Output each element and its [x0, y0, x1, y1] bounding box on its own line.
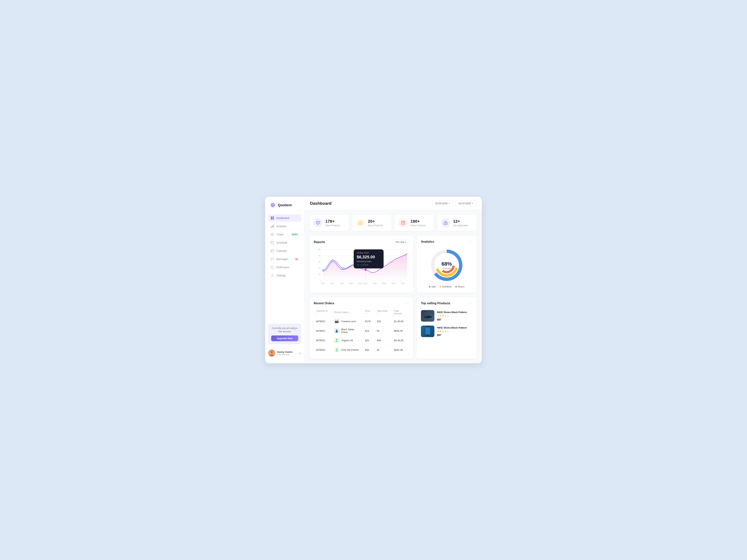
chart-area: 18 May 2022 ··· $6,325.00 Marketing Sale…: [314, 247, 409, 289]
donut-percentage: 68%: [441, 261, 452, 267]
svg-rect-19: [271, 250, 274, 252]
save-products-icon-wrap: [313, 218, 322, 228]
sort-icon: ▾: [366, 313, 367, 315]
star-filled: ★: [437, 330, 439, 333]
svg-rect-69: [427, 326, 429, 327]
sidebar-item-label: Ticket: [276, 233, 283, 236]
sidebar-item-notification[interactable]: Notification: [268, 264, 301, 271]
upgrade-text: Currently, you are using a free account.: [271, 326, 298, 333]
svg-text:02am: 02am: [358, 282, 363, 285]
legend-return: Return: [455, 286, 464, 288]
svg-text:0: 0: [319, 279, 320, 282]
donut-chart-wrap: 68% Average: [421, 247, 472, 284]
svg-point-2: [272, 205, 274, 206]
sidebar-item-label: Dashboard: [276, 216, 289, 219]
svg-text:03am: 03am: [363, 282, 368, 285]
date-from-button[interactable]: 10-06-2020: [432, 201, 453, 206]
svg-rect-4: [271, 216, 272, 218]
tooltip-more: ···: [379, 251, 381, 254]
stat-info: 178+ Save Products: [325, 219, 340, 227]
star-filled: ★: [437, 314, 439, 317]
stat-card-save-products: 178+ Save Products: [310, 215, 349, 231]
table-row: #876621 👗 Black Sleep Dress $14 53 $564.…: [314, 326, 409, 336]
date-to-button[interactable]: 10-10-2020: [455, 201, 476, 206]
job-application-icon-wrap: [441, 218, 450, 228]
product-cell: 📷 Camera Lens: [332, 317, 363, 326]
sidebar-item-label: Calendar: [276, 249, 287, 252]
svg-rect-7: [273, 218, 274, 219]
stat-label: Stock Products: [368, 224, 383, 227]
product-rating: ★★★★★: [437, 314, 472, 317]
product-rating: ★★★★★: [437, 330, 472, 333]
bottom-row: Recent Orders ··· Tracking no ▾ P: [310, 297, 476, 359]
sidebar-item-schedule[interactable]: Schedule: [268, 239, 301, 246]
svg-point-47: [343, 268, 344, 269]
distribute-label: Distribute: [442, 286, 452, 288]
product-details: NIKE Shoes Black Pattern ★★★★★ $87: [437, 311, 472, 321]
star-filled: ★: [442, 314, 444, 317]
sidebar-item-label: Settings: [276, 274, 286, 277]
top-selling-more-button[interactable]: ···: [468, 301, 472, 305]
svg-text:10am: 10am: [321, 282, 325, 285]
upgrade-button[interactable]: Upgrade Now: [271, 336, 298, 341]
product-name: NIKE Shoes Black Pattern: [437, 311, 472, 314]
sidebar-item-dashboard[interactable]: Dashboard: [268, 214, 301, 222]
recent-orders-more-button[interactable]: ···: [405, 301, 409, 305]
sidebar-item-messages[interactable]: Messages 12: [268, 256, 301, 263]
tooltip-amount: $6,325.00: [357, 255, 381, 260]
total-amount: $564.45: [392, 326, 409, 336]
upgrade-box: Currently, you are using a free account.…: [268, 323, 301, 344]
product-price: $87: [437, 334, 472, 337]
sort-icon: ▾: [316, 313, 317, 315]
svg-point-24: [272, 275, 273, 276]
product-cell: 👗 Black Sleep Dress: [332, 326, 363, 336]
reports-card: Reports This Year 18 May 2022 ··· $6,325…: [310, 236, 413, 293]
svg-text:40: 40: [318, 267, 320, 269]
star-filled: ★: [439, 330, 442, 333]
svg-text:11am: 11am: [330, 282, 335, 285]
sidebar-item-ticket[interactable]: Ticket 83457: [268, 231, 301, 238]
user-settings-icon[interactable]: ⇄: [299, 351, 301, 355]
sidebar-item-calendar[interactable]: Calendar: [268, 247, 301, 255]
sales-products-icon-wrap: [398, 218, 408, 228]
product-thumbnail: [421, 325, 434, 337]
this-year-button[interactable]: This Year: [392, 240, 409, 244]
product-name: EAU DE Parfum: [341, 348, 359, 351]
tooltip-label: Marketing Sales: [357, 260, 381, 263]
product-icon: 📷: [334, 318, 339, 324]
total-order: 53: [375, 326, 392, 336]
total-amount: $1,46,66: [392, 317, 409, 326]
svg-text:07am: 07am: [401, 282, 405, 285]
col-total-amount: Total Amount: [392, 308, 409, 317]
sidebar-item-analytics[interactable]: Analytics: [268, 222, 301, 230]
product-item: NIKE Shoes Black Pattern ★★★★★ $87: [421, 308, 472, 324]
logo-area: Quotient: [268, 202, 301, 208]
header: Dashboard 10-06-2020 10-10-2020: [304, 197, 482, 210]
avatar: [268, 349, 275, 356]
user-info: Sunny Aveiro Free Account: [277, 351, 297, 355]
table-row: #876621 📷 Camera Lens $178 325 $1,46,66: [314, 317, 409, 326]
app-name: Quotient: [278, 203, 292, 207]
content-body: 178+ Save Products 20+ Stock Pr: [304, 210, 482, 363]
star-filled: ★: [444, 330, 447, 333]
svg-point-32: [445, 223, 446, 223]
product-item: NIKE Shoes Black Pattern ★★★★★ $87: [421, 324, 472, 339]
sort-icon: ▾: [377, 313, 378, 315]
stat-value: 20+: [368, 219, 383, 224]
svg-text:20: 20: [318, 273, 320, 275]
sort-icon: ▾: [350, 311, 350, 313]
product-name: NIKE Shoes Black Pattern: [437, 326, 472, 329]
analytics-card: Analytics ···: [417, 236, 476, 293]
product-name: Black Sleep Dress: [341, 328, 361, 334]
reports-card-header: Reports This Year: [314, 240, 409, 244]
chart-tooltip: 18 May 2022 ··· $6,325.00 Marketing Sale…: [354, 249, 384, 268]
svg-text:06am: 06am: [392, 282, 396, 285]
nav-items: Dashboard Analytics: [268, 214, 301, 323]
analytics-more-button[interactable]: ···: [468, 240, 472, 244]
legend-distribute: Distribute: [440, 286, 452, 288]
donut-center: 68% Average: [441, 261, 452, 270]
stat-card-stock-products: 20+ Stock Products: [352, 215, 391, 231]
sidebar-item-settings[interactable]: Settings: [268, 272, 301, 279]
star-empty: ★: [447, 330, 449, 333]
tracking-no: #876621: [314, 326, 332, 336]
